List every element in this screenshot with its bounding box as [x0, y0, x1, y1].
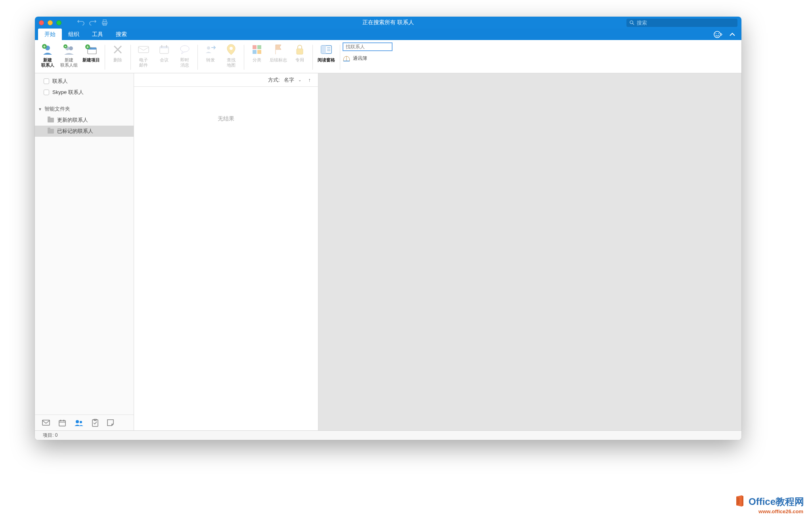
categorize-button[interactable]: 分类 — [247, 42, 267, 63]
find-map-button[interactable]: 查找 地图 — [221, 42, 241, 69]
minimize-button[interactable] — [48, 20, 53, 25]
categorize-label: 分类 — [253, 57, 261, 63]
sort-prefix: 方式: — [268, 76, 280, 84]
sidebar-item-flagged-contacts[interactable]: 已标记的联系人 — [35, 126, 134, 137]
forward-label: 转发 — [206, 57, 215, 63]
new-contact-button[interactable]: + 新建 联系人 — [37, 42, 58, 69]
svg-rect-35 — [321, 46, 326, 54]
new-contact-group-button[interactable]: + 新建 联系人组 — [58, 42, 80, 69]
im-button[interactable]: 即时 消息 — [174, 42, 195, 69]
svg-rect-29 — [253, 45, 257, 49]
delete-label: 删除 — [113, 57, 122, 63]
collapse-ribbon-icon[interactable] — [730, 32, 735, 36]
svg-point-27 — [207, 46, 210, 50]
maximize-button[interactable] — [56, 20, 61, 25]
new-group-label: 新建 联系人组 — [60, 57, 78, 68]
search-bar[interactable] — [626, 19, 737, 27]
private-label: 专用 — [295, 57, 304, 63]
nav-switcher — [35, 415, 134, 430]
watermark-url: www.office26.com — [758, 508, 803, 514]
svg-rect-42 — [59, 420, 65, 426]
sidebar-item-label: 已标记的联系人 — [57, 128, 93, 135]
ribbon-tabs: 开始 组织 工具 搜索 — [35, 29, 741, 40]
checkbox-icon[interactable] — [44, 78, 49, 84]
people-icon[interactable] — [75, 420, 83, 426]
list-header: 方式: 名字 ⌄ ↑ — [134, 73, 318, 87]
forward-button[interactable]: 转发 — [200, 42, 221, 63]
svg-point-47 — [80, 421, 82, 423]
svg-line-4 — [632, 23, 634, 25]
svg-point-12 — [69, 46, 73, 50]
svg-point-6 — [716, 33, 716, 34]
svg-rect-1 — [103, 20, 106, 22]
sort-value[interactable]: 名字 — [284, 76, 294, 84]
delete-button[interactable]: 删除 — [107, 42, 128, 63]
checkbox-icon[interactable] — [44, 90, 49, 95]
svg-point-28 — [230, 47, 233, 50]
sidebar-item-label: 更新的联系人 — [57, 117, 88, 124]
notes-icon[interactable] — [107, 419, 114, 426]
folder-icon — [48, 118, 54, 122]
tab-search[interactable]: 搜索 — [109, 29, 133, 40]
address-book-label: 通讯簿 — [353, 55, 367, 62]
undo-icon[interactable] — [77, 20, 84, 25]
sidebar-item-contacts[interactable]: 联系人 — [35, 76, 134, 87]
svg-rect-31 — [253, 50, 257, 54]
svg-rect-21 — [138, 46, 149, 53]
print-icon[interactable] — [101, 19, 108, 26]
find-contact-input[interactable] — [343, 42, 393, 51]
redo-icon[interactable] — [89, 20, 96, 25]
sidebar-header-label: 智能文件夹 — [44, 105, 70, 113]
new-item-button[interactable]: + 新建项目 — [80, 42, 102, 63]
search-input[interactable] — [637, 20, 734, 26]
followup-button[interactable]: 后续标志 — [267, 42, 289, 63]
item-count: 项目: 0 — [43, 432, 57, 439]
title-bar: 正在搜索所有 联系人 — [35, 17, 741, 29]
search-icon — [630, 20, 634, 25]
feedback-icon[interactable] — [714, 31, 722, 38]
svg-rect-32 — [257, 50, 261, 54]
status-bar: 项目: 0 — [35, 430, 741, 440]
address-book-button[interactable]: 通讯簿 — [343, 55, 393, 62]
svg-point-5 — [714, 31, 720, 38]
reading-pane — [318, 73, 741, 430]
email-button[interactable]: 电子 邮件 — [133, 42, 154, 69]
find-map-label: 查找 地图 — [227, 57, 236, 68]
quick-access-toolbar — [77, 19, 108, 26]
traffic-lights — [39, 20, 61, 25]
meeting-button[interactable]: 会议 — [154, 42, 174, 63]
sidebar: 联系人 Skype 联系人 ▼ 智能文件夹 更新的联系人 已标记的联系人 — [35, 73, 134, 430]
meeting-label: 会议 — [160, 57, 169, 63]
svg-rect-41 — [42, 420, 50, 425]
chevron-down-icon: ▼ — [38, 107, 42, 111]
tab-tools[interactable]: 工具 — [86, 29, 109, 40]
calendar-icon[interactable] — [59, 419, 66, 426]
reading-pane-label: 阅读窗格 — [318, 57, 335, 63]
watermark-text: Office教程网 — [749, 496, 804, 507]
sort-arrow-up-icon[interactable]: ↑ — [308, 77, 311, 83]
sidebar-item-label: 联系人 — [52, 78, 68, 85]
tab-organize[interactable]: 组织 — [62, 29, 86, 40]
sidebar-smart-folders-header[interactable]: ▼ 智能文件夹 — [35, 103, 134, 115]
nav-list: 联系人 Skype 联系人 ▼ 智能文件夹 更新的联系人 已标记的联系人 — [35, 73, 134, 415]
svg-point-7 — [718, 33, 719, 34]
chevron-down-icon[interactable]: ⌄ — [298, 78, 301, 82]
close-button[interactable] — [39, 20, 44, 25]
ribbon: + 新建 联系人 + 新建 联系人组 + 新建项目 删除 电子 邮件 — [35, 40, 741, 73]
im-label: 即时 消息 — [180, 57, 189, 68]
mail-icon[interactable] — [42, 420, 50, 426]
empty-state: 无结果 — [134, 87, 318, 430]
sidebar-item-updated-contacts[interactable]: 更新的联系人 — [35, 115, 134, 126]
watermark: Office教程网 — [734, 495, 804, 508]
tab-home[interactable]: 开始 — [38, 29, 62, 40]
reading-pane-button[interactable]: 阅读窗格 — [315, 42, 337, 63]
svg-text:+: + — [86, 45, 89, 49]
private-button[interactable]: 专用 — [289, 42, 310, 63]
svg-rect-30 — [257, 45, 261, 49]
followup-label: 后续标志 — [270, 57, 287, 63]
list-column: 方式: 名字 ⌄ ↑ 无结果 — [134, 73, 318, 430]
tasks-icon[interactable] — [92, 419, 98, 427]
sidebar-item-label: Skype 联系人 — [52, 89, 84, 96]
svg-point-3 — [630, 21, 633, 23]
sidebar-item-skype-contacts[interactable]: Skype 联系人 — [35, 87, 134, 98]
